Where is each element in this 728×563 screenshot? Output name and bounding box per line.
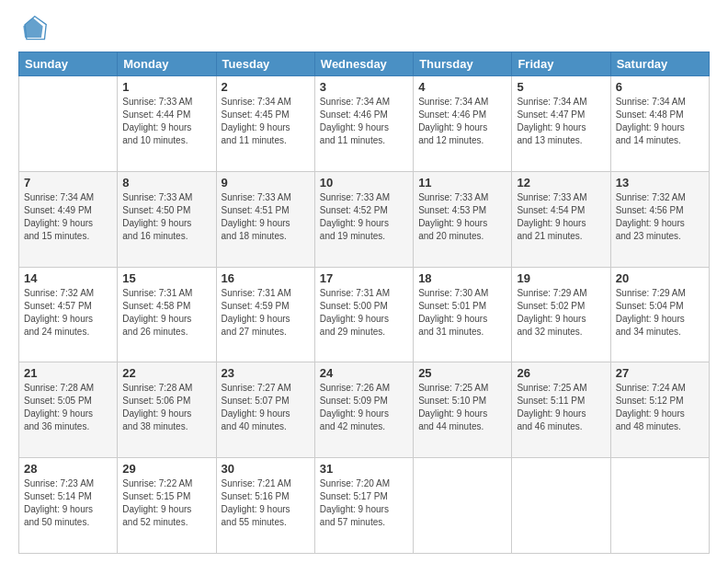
calendar-cell <box>414 458 512 554</box>
day-info: Sunrise: 7:34 AMSunset: 4:48 PMDaylight:… <box>616 96 704 147</box>
day-info: Sunrise: 7:33 AMSunset: 4:50 PMDaylight:… <box>122 191 210 243</box>
day-info: Sunrise: 7:32 AMSunset: 4:57 PMDaylight:… <box>24 287 112 339</box>
day-number: 28 <box>24 462 112 476</box>
calendar-cell: 12Sunrise: 7:33 AMSunset: 4:54 PMDayligh… <box>512 171 610 267</box>
day-number: 6 <box>616 80 704 94</box>
day-info: Sunrise: 7:20 AMSunset: 5:17 PMDaylight:… <box>320 477 408 529</box>
calendar-cell: 5Sunrise: 7:34 AMSunset: 4:47 PMDaylight… <box>512 76 610 172</box>
day-number: 13 <box>616 176 704 190</box>
calendar-cell: 18Sunrise: 7:30 AMSunset: 5:01 PMDayligh… <box>414 267 512 362</box>
day-info: Sunrise: 7:23 AMSunset: 5:14 PMDaylight:… <box>24 477 112 529</box>
day-info: Sunrise: 7:32 AMSunset: 4:56 PMDaylight:… <box>616 191 704 243</box>
day-number: 20 <box>616 271 704 285</box>
day-info: Sunrise: 7:29 AMSunset: 5:02 PMDaylight:… <box>517 287 605 339</box>
day-info: Sunrise: 7:33 AMSunset: 4:54 PMDaylight:… <box>517 191 605 243</box>
day-info: Sunrise: 7:31 AMSunset: 4:59 PMDaylight:… <box>222 287 310 339</box>
day-info: Sunrise: 7:25 AMSunset: 5:11 PMDaylight:… <box>517 382 605 433</box>
day-header-tuesday: Tuesday <box>216 52 314 76</box>
calendar-cell: 24Sunrise: 7:26 AMSunset: 5:09 PMDayligh… <box>314 362 413 458</box>
calendar-cell: 21Sunrise: 7:28 AMSunset: 5:05 PMDayligh… <box>19 362 118 458</box>
header-row: SundayMondayTuesdayWednesdayThursdayFrid… <box>19 52 710 76</box>
page: SundayMondayTuesdayWednesdayThursdayFrid… <box>0 0 728 563</box>
day-number: 7 <box>24 176 112 190</box>
week-row-3: 14Sunrise: 7:32 AMSunset: 4:57 PMDayligh… <box>19 267 710 362</box>
day-number: 23 <box>222 366 310 380</box>
calendar-cell: 1Sunrise: 7:33 AMSunset: 4:44 PMDaylight… <box>118 76 216 172</box>
logo <box>18 15 51 44</box>
calendar-cell <box>610 458 709 554</box>
day-header-thursday: Thursday <box>414 52 512 76</box>
calendar-cell: 2Sunrise: 7:34 AMSunset: 4:45 PMDaylight… <box>216 76 314 172</box>
day-number: 11 <box>418 176 506 190</box>
calendar-cell: 8Sunrise: 7:33 AMSunset: 4:50 PMDaylight… <box>118 171 216 267</box>
day-number: 3 <box>320 80 408 94</box>
calendar-cell: 28Sunrise: 7:23 AMSunset: 5:14 PMDayligh… <box>19 458 118 554</box>
calendar-cell: 10Sunrise: 7:33 AMSunset: 4:52 PMDayligh… <box>314 171 413 267</box>
day-header-saturday: Saturday <box>610 52 709 76</box>
calendar-cell: 14Sunrise: 7:32 AMSunset: 4:57 PMDayligh… <box>19 267 118 362</box>
calendar-table: SundayMondayTuesdayWednesdayThursdayFrid… <box>18 52 710 554</box>
calendar-cell: 19Sunrise: 7:29 AMSunset: 5:02 PMDayligh… <box>512 267 610 362</box>
day-number: 29 <box>122 462 210 476</box>
day-info: Sunrise: 7:34 AMSunset: 4:45 PMDaylight:… <box>222 96 310 147</box>
day-number: 14 <box>24 271 112 285</box>
calendar-cell: 26Sunrise: 7:25 AMSunset: 5:11 PMDayligh… <box>512 362 610 458</box>
day-number: 31 <box>320 462 408 476</box>
calendar-header: SundayMondayTuesdayWednesdayThursdayFrid… <box>19 52 710 76</box>
day-header-sunday: Sunday <box>19 52 118 76</box>
day-info: Sunrise: 7:28 AMSunset: 5:05 PMDaylight:… <box>24 382 112 433</box>
calendar-cell: 11Sunrise: 7:33 AMSunset: 4:53 PMDayligh… <box>414 171 512 267</box>
day-info: Sunrise: 7:22 AMSunset: 5:15 PMDaylight:… <box>122 477 210 529</box>
calendar-cell: 7Sunrise: 7:34 AMSunset: 4:49 PMDaylight… <box>19 171 118 267</box>
day-number: 18 <box>418 271 506 285</box>
day-number: 27 <box>616 366 704 380</box>
day-number: 4 <box>418 80 506 94</box>
day-number: 16 <box>222 271 310 285</box>
day-header-wednesday: Wednesday <box>314 52 413 76</box>
day-number: 21 <box>24 366 112 380</box>
day-number: 10 <box>320 176 408 190</box>
day-number: 9 <box>222 176 310 190</box>
header <box>18 15 710 44</box>
day-number: 25 <box>418 366 506 380</box>
calendar-cell: 13Sunrise: 7:32 AMSunset: 4:56 PMDayligh… <box>610 171 709 267</box>
day-info: Sunrise: 7:28 AMSunset: 5:06 PMDaylight:… <box>122 382 210 433</box>
day-info: Sunrise: 7:29 AMSunset: 5:04 PMDaylight:… <box>616 287 704 339</box>
calendar-cell: 23Sunrise: 7:27 AMSunset: 5:07 PMDayligh… <box>216 362 314 458</box>
day-number: 30 <box>222 462 310 476</box>
calendar-cell: 27Sunrise: 7:24 AMSunset: 5:12 PMDayligh… <box>610 362 709 458</box>
calendar-cell: 6Sunrise: 7:34 AMSunset: 4:48 PMDaylight… <box>610 76 709 172</box>
day-info: Sunrise: 7:33 AMSunset: 4:51 PMDaylight:… <box>222 191 310 243</box>
calendar-cell: 9Sunrise: 7:33 AMSunset: 4:51 PMDaylight… <box>216 171 314 267</box>
day-number: 22 <box>122 366 210 380</box>
day-info: Sunrise: 7:33 AMSunset: 4:53 PMDaylight:… <box>418 191 506 243</box>
day-info: Sunrise: 7:31 AMSunset: 4:58 PMDaylight:… <box>122 287 210 339</box>
day-info: Sunrise: 7:25 AMSunset: 5:10 PMDaylight:… <box>418 382 506 433</box>
day-header-monday: Monday <box>118 52 216 76</box>
calendar-cell <box>512 458 610 554</box>
day-number: 5 <box>517 80 605 94</box>
day-number: 1 <box>122 80 210 94</box>
calendar-cell: 17Sunrise: 7:31 AMSunset: 5:00 PMDayligh… <box>314 267 413 362</box>
calendar-body: 1Sunrise: 7:33 AMSunset: 4:44 PMDaylight… <box>19 76 710 554</box>
calendar-cell: 25Sunrise: 7:25 AMSunset: 5:10 PMDayligh… <box>414 362 512 458</box>
day-number: 24 <box>320 366 408 380</box>
week-row-4: 21Sunrise: 7:28 AMSunset: 5:05 PMDayligh… <box>19 362 710 458</box>
calendar-cell: 31Sunrise: 7:20 AMSunset: 5:17 PMDayligh… <box>314 458 413 554</box>
day-info: Sunrise: 7:31 AMSunset: 5:00 PMDaylight:… <box>320 287 408 339</box>
calendar-cell: 22Sunrise: 7:28 AMSunset: 5:06 PMDayligh… <box>118 362 216 458</box>
week-row-5: 28Sunrise: 7:23 AMSunset: 5:14 PMDayligh… <box>19 458 710 554</box>
day-number: 19 <box>517 271 605 285</box>
day-number: 17 <box>320 271 408 285</box>
calendar-cell: 4Sunrise: 7:34 AMSunset: 4:46 PMDaylight… <box>414 76 512 172</box>
day-info: Sunrise: 7:33 AMSunset: 4:44 PMDaylight:… <box>122 96 210 147</box>
day-info: Sunrise: 7:34 AMSunset: 4:46 PMDaylight:… <box>418 96 506 147</box>
day-header-friday: Friday <box>512 52 610 76</box>
calendar-cell: 29Sunrise: 7:22 AMSunset: 5:15 PMDayligh… <box>118 458 216 554</box>
calendar-cell: 20Sunrise: 7:29 AMSunset: 5:04 PMDayligh… <box>610 267 709 362</box>
calendar-cell <box>19 76 118 172</box>
day-info: Sunrise: 7:34 AMSunset: 4:47 PMDaylight:… <box>517 96 605 147</box>
calendar-cell: 16Sunrise: 7:31 AMSunset: 4:59 PMDayligh… <box>216 267 314 362</box>
day-number: 2 <box>222 80 310 94</box>
calendar-cell: 15Sunrise: 7:31 AMSunset: 4:58 PMDayligh… <box>118 267 216 362</box>
